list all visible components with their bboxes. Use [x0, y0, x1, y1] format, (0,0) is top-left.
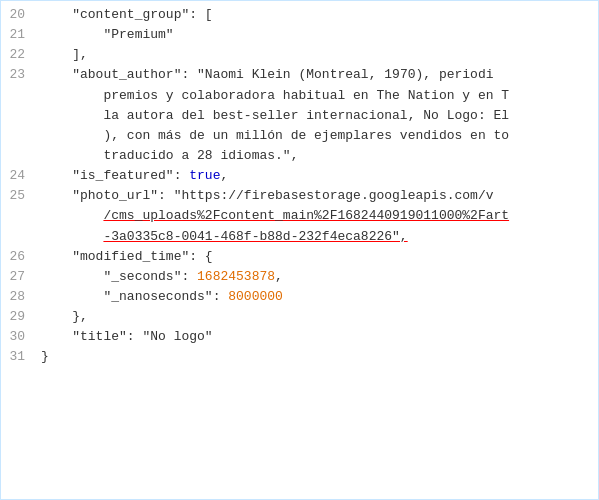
- code-token: [41, 249, 72, 264]
- code-token: "Naomi Klein (Montreal, 1970), periodi: [197, 67, 493, 82]
- line-number: 26: [1, 247, 41, 267]
- code-token: [41, 168, 72, 183]
- line-text: traducido a 28 idiomas.",: [41, 146, 598, 166]
- code-token: "is_featured": [72, 168, 173, 183]
- code-token: :: [174, 168, 190, 183]
- line-text: -3a0335c8-0041-468f-b88d-232f4eca8226",: [41, 227, 598, 247]
- code-token: }: [41, 349, 49, 364]
- code-token: premios y colaboradora habitual en The N…: [103, 88, 509, 103]
- code-viewer: 20 "content_group": [21 "Premium"22 ],23…: [0, 0, 599, 500]
- line-text: ],: [41, 45, 598, 65]
- line-text: "photo_url": "https://firebasestorage.go…: [41, 186, 598, 206]
- code-token: [41, 208, 103, 223]
- code-token: "_nanoseconds": [103, 289, 212, 304]
- code-line: 28 "_nanoseconds": 8000000: [1, 287, 598, 307]
- code-token: ), con más de un millón de ejemplares ve…: [103, 128, 509, 143]
- code-token: "https://firebasestorage.googleapis.com/…: [174, 188, 494, 203]
- line-number: 23: [1, 65, 41, 85]
- code-line: 20 "content_group": [: [1, 5, 598, 25]
- code-token: :: [213, 289, 229, 304]
- code-token: "content_group": [72, 7, 189, 22]
- code-token: [41, 88, 103, 103]
- code-token: traducido a 28 idiomas.",: [103, 148, 298, 163]
- code-token: [41, 269, 103, 284]
- code-token: ,: [275, 269, 283, 284]
- line-number: 27: [1, 267, 41, 287]
- line-text: "_seconds": 1682453878,: [41, 267, 598, 287]
- code-line: ), con más de un millón de ejemplares ve…: [1, 126, 598, 146]
- line-number: 25: [1, 186, 41, 206]
- code-line: 30 "title": "No logo": [1, 327, 598, 347]
- code-line: 23 "about_author": "Naomi Klein (Montrea…: [1, 65, 598, 85]
- code-token: [41, 128, 103, 143]
- code-token: 8000000: [228, 289, 283, 304]
- code-token: "_seconds": [103, 269, 181, 284]
- code-token: /cms_uploads%2Fcontent_main%2F1682440919…: [103, 208, 509, 223]
- line-text: la autora del best-seller internacional,…: [41, 106, 598, 126]
- line-number: 28: [1, 287, 41, 307]
- code-token: :: [181, 269, 197, 284]
- code-content: 20 "content_group": [21 "Premium"22 ],23…: [1, 1, 598, 372]
- code-line: 29 },: [1, 307, 598, 327]
- code-token: "Premium": [103, 27, 173, 42]
- code-token: la autora del best-seller internacional,…: [103, 108, 509, 123]
- code-line: 27 "_seconds": 1682453878,: [1, 267, 598, 287]
- line-text: "title": "No logo": [41, 327, 598, 347]
- line-text: }: [41, 347, 598, 367]
- line-number: 22: [1, 45, 41, 65]
- code-token: -3a0335c8-0041-468f-b88d-232f4eca8226",: [103, 229, 407, 244]
- code-token: "No logo": [142, 329, 212, 344]
- code-token: :: [181, 67, 197, 82]
- line-number: 24: [1, 166, 41, 186]
- code-line: 31}: [1, 347, 598, 367]
- line-text: "is_featured": true,: [41, 166, 598, 186]
- code-line: /cms_uploads%2Fcontent_main%2F1682440919…: [1, 206, 598, 226]
- code-token: true: [189, 168, 220, 183]
- code-token: "modified_time": [72, 249, 189, 264]
- code-line: 25 "photo_url": "https://firebasestorage…: [1, 186, 598, 206]
- line-text: "content_group": [: [41, 5, 598, 25]
- code-line: 24 "is_featured": true,: [1, 166, 598, 186]
- code-token: [41, 229, 103, 244]
- code-line: 26 "modified_time": {: [1, 247, 598, 267]
- code-line: -3a0335c8-0041-468f-b88d-232f4eca8226",: [1, 227, 598, 247]
- line-text: ), con más de un millón de ejemplares ve…: [41, 126, 598, 146]
- line-text: "modified_time": {: [41, 247, 598, 267]
- code-token: "title": [72, 329, 127, 344]
- line-number: 31: [1, 347, 41, 367]
- code-token: :: [127, 329, 143, 344]
- code-token: [41, 148, 103, 163]
- code-token: [41, 329, 72, 344]
- code-line: premios y colaboradora habitual en The N…: [1, 86, 598, 106]
- code-token: :: [158, 188, 174, 203]
- line-text: premios y colaboradora habitual en The N…: [41, 86, 598, 106]
- code-token: [41, 289, 103, 304]
- line-text: },: [41, 307, 598, 327]
- code-line: 22 ],: [1, 45, 598, 65]
- code-token: },: [41, 309, 88, 324]
- code-line: 21 "Premium": [1, 25, 598, 45]
- line-text: /cms_uploads%2Fcontent_main%2F1682440919…: [41, 206, 598, 226]
- code-token: [41, 67, 72, 82]
- code-token: "about_author": [72, 67, 181, 82]
- line-number: 21: [1, 25, 41, 45]
- code-token: [41, 27, 103, 42]
- code-token: [41, 108, 103, 123]
- code-line: traducido a 28 idiomas.",: [1, 146, 598, 166]
- code-token: 1682453878: [197, 269, 275, 284]
- line-text: "Premium": [41, 25, 598, 45]
- code-line: la autora del best-seller internacional,…: [1, 106, 598, 126]
- code-token: "photo_url": [72, 188, 158, 203]
- code-token: : {: [189, 249, 212, 264]
- code-token: [41, 7, 72, 22]
- line-number: 20: [1, 5, 41, 25]
- code-token: ],: [41, 47, 88, 62]
- line-number: 30: [1, 327, 41, 347]
- line-number: 29: [1, 307, 41, 327]
- line-text: "about_author": "Naomi Klein (Montreal, …: [41, 65, 598, 85]
- line-text: "_nanoseconds": 8000000: [41, 287, 598, 307]
- code-token: ,: [220, 168, 228, 183]
- code-token: [41, 188, 72, 203]
- code-token: : [: [189, 7, 212, 22]
